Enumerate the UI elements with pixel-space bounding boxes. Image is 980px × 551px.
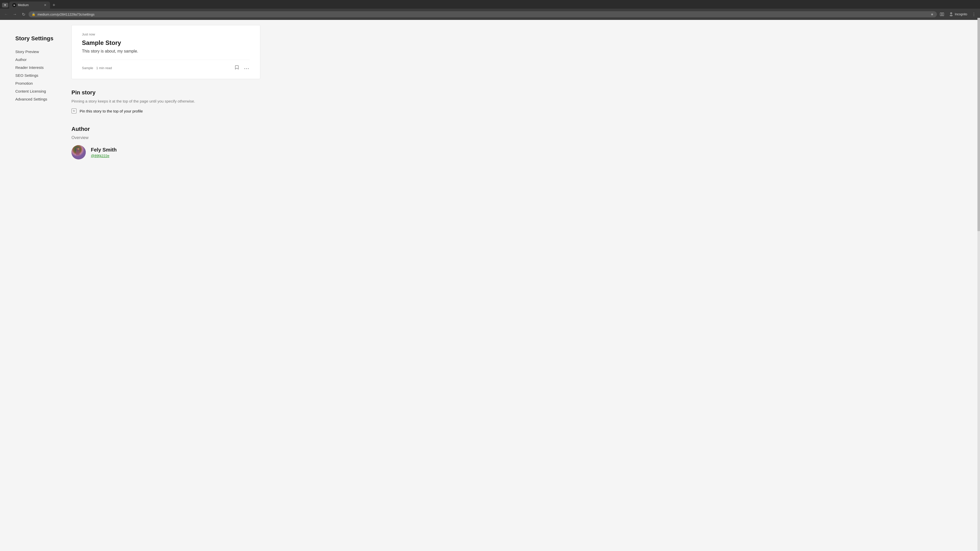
address-bar[interactable]: 🔒 medium.com/p/28411229a73c/settings ★	[29, 11, 937, 17]
incognito-btn[interactable]: Incognito	[947, 10, 969, 18]
incognito-label: Incognito	[955, 13, 967, 16]
incognito-icon	[948, 11, 954, 17]
sidebar-item-promotion[interactable]: Promotion	[15, 79, 61, 87]
story-tag: Sample	[82, 66, 93, 70]
author-section-title: Author	[72, 126, 260, 132]
tab-favicon: M	[12, 3, 16, 7]
bookmark-icon: ★	[931, 12, 934, 16]
nav-bar: ← → ↻ 🔒 medium.com/p/28411229a73c/settin…	[0, 9, 980, 20]
pin-checkbox[interactable]	[72, 108, 76, 114]
nav-action-buttons: Incognito ⋮	[939, 10, 977, 18]
author-name: Fely Smith	[91, 147, 117, 153]
svg-point-7	[246, 68, 247, 69]
menu-btn[interactable]: ⋮	[970, 11, 977, 18]
page-wrapper: Story Settings Story Preview Author Read…	[0, 20, 980, 551]
svg-rect-2	[940, 13, 942, 16]
active-tab[interactable]: M Medium ✕	[9, 2, 50, 9]
forward-btn[interactable]: →	[11, 11, 18, 18]
sidebar-title: Story Settings	[15, 35, 61, 42]
page-content: Story Settings Story Preview Author Read…	[0, 20, 980, 551]
pin-story-section: Pin story Pinning a story keeps it at th…	[72, 89, 260, 114]
story-meta-left: Sample 1 min read	[82, 66, 112, 70]
story-card: Just now Sample Story This story is abou…	[72, 25, 260, 79]
svg-rect-3	[942, 13, 944, 16]
scrollbar-track[interactable]	[977, 20, 980, 551]
author-avatar	[72, 145, 86, 159]
main-content: Just now Sample Story This story is abou…	[66, 25, 266, 548]
split-view-btn[interactable]	[939, 11, 945, 18]
scrollbar-thumb[interactable]	[977, 20, 980, 231]
author-info: Fely Smith @89f4222e	[91, 147, 117, 158]
tab-close-btn[interactable]: ✕	[43, 3, 47, 7]
pin-label: Pin this story to the top of your profil…	[80, 109, 143, 113]
svg-rect-11	[78, 148, 79, 150]
story-title: Sample Story	[82, 39, 250, 46]
pin-option[interactable]: Pin this story to the top of your profil…	[72, 108, 260, 114]
svg-point-4	[950, 12, 952, 14]
browser-chrome: ▼ M Medium ✕ + ← → ↻ 🔒 medium.com/p/2841…	[0, 0, 980, 20]
author-handle[interactable]: @89f4222e	[91, 154, 117, 158]
svg-text:M: M	[14, 4, 15, 6]
url-text: medium.com/p/28411229a73c/settings	[38, 13, 928, 16]
story-description: This story is about, my sample.	[82, 49, 250, 54]
sidebar-item-advanced-settings[interactable]: Advanced Settings	[15, 95, 61, 103]
new-tab-btn[interactable]: +	[51, 3, 57, 7]
tab-title-text: Medium	[18, 3, 42, 7]
story-read-time: 1 min read	[96, 66, 112, 70]
sidebar-nav: Story Preview Author Reader Interests SE…	[15, 48, 61, 103]
sidebar-item-reader-interests[interactable]: Reader Interests	[15, 64, 61, 71]
back-btn[interactable]: ←	[3, 11, 10, 18]
sidebar: Story Settings Story Preview Author Read…	[0, 25, 66, 548]
pin-story-description: Pinning a story keeps it at the top of t…	[72, 99, 260, 103]
author-card: Fely Smith @89f4222e	[72, 145, 260, 159]
story-timestamp: Just now	[82, 32, 250, 36]
svg-point-8	[248, 68, 249, 69]
svg-point-6	[245, 68, 245, 69]
sidebar-item-author[interactable]: Author	[15, 56, 61, 63]
reload-btn[interactable]: ↻	[20, 11, 27, 18]
tab-dropdown-btn[interactable]: ▼	[2, 3, 8, 7]
tab-bar: ▼ M Medium ✕ +	[0, 0, 980, 9]
author-section: Author Overview	[72, 126, 260, 159]
author-avatar-image	[72, 145, 86, 159]
author-overview-title: Overview	[72, 135, 260, 140]
sidebar-item-seo-settings[interactable]: SEO Settings	[15, 72, 61, 79]
story-meta: Sample 1 min read	[82, 60, 250, 72]
svg-point-5	[950, 15, 953, 16]
sidebar-item-story-preview[interactable]: Story Preview	[15, 48, 61, 56]
bookmark-action-btn[interactable]	[234, 64, 240, 72]
story-meta-actions	[234, 64, 250, 72]
sidebar-item-content-licensing[interactable]: Content Licensing	[15, 87, 61, 95]
pin-story-title: Pin story	[72, 89, 260, 96]
security-icon: 🔒	[32, 13, 35, 16]
more-action-btn[interactable]	[243, 65, 250, 71]
